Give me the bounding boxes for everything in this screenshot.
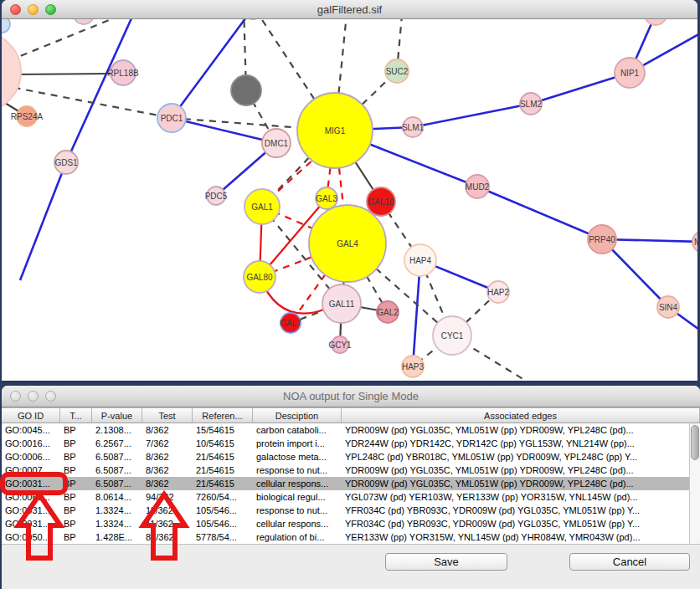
window-title: galFiltered.sif (2, 0, 697, 18)
cell: 5778/54... (193, 530, 253, 544)
table-row[interactable]: GO:0031...BP1.3324...11/362105/546...cel… (2, 517, 700, 530)
node-label-rps24a: RPS24A (11, 112, 44, 121)
table-row[interactable]: GO:0016...BP6.2567...7/36210/54615protei… (2, 437, 700, 450)
cell: 94/362 (142, 490, 193, 504)
network-graph[interactable]: RPL18BRPS24AGDS1PDC1DMC1MIG1SUC2SLM1SLM2… (2, 19, 697, 381)
cell: 21/54615 (193, 450, 253, 464)
cell: BP (60, 477, 92, 490)
cell: GO:0006... (2, 450, 60, 464)
network-node-unlabeled-left[interactable] (2, 32, 21, 112)
node-label-rpl18b: RPL18B (107, 69, 139, 78)
cell: GO:0016... (2, 437, 60, 450)
table-row[interactable]: GO:0050...BP1.428E...80/3625778/54...reg… (2, 530, 700, 544)
scrollbar-thumb[interactable] (691, 425, 699, 460)
node-label-gal11: GAL11 (329, 300, 355, 309)
cell: BP (60, 464, 92, 477)
node-label-gal2: GAL2 (377, 308, 399, 317)
cell: BP (60, 530, 92, 544)
node-label-gal3: GAL3 (316, 194, 337, 203)
column-header-referen[interactable]: Referen... (193, 408, 253, 423)
cell: YPL248C (pd) YBR018C, YML051W (pp) YDR00… (342, 450, 700, 464)
network-edge (413, 104, 531, 127)
cell: 8.0614... (92, 490, 142, 504)
cell: response to nut... (253, 464, 342, 477)
table-row[interactable]: GO:0031...BP1.3324...11/362105/546...res… (2, 504, 700, 517)
cell: 7/362 (142, 437, 193, 450)
node-label-slm2: SLM2 (520, 100, 543, 109)
cell: 11/362 (142, 517, 193, 530)
network-window-titlebar[interactable]: galFiltered.sif (2, 0, 697, 19)
table-row[interactable]: GO:0045...BP2.1308...8/36215/54615carbon… (2, 423, 700, 437)
node-label-hap3: HAP3 (402, 362, 425, 371)
cell: YFR034C (pd) YBR093C, YDR009W (pd) YGL03… (342, 517, 700, 530)
cell: biological regul... (253, 490, 342, 504)
cell: BP (60, 437, 92, 450)
cell: 2.1308... (92, 423, 142, 437)
node-label-gal80: GAL80 (246, 273, 273, 282)
cell: YDR244W (pp) YDR142C, YDR142C (pp) YGL15… (342, 437, 700, 450)
button-bar: Save Cancel (2, 544, 700, 589)
cell: GO:0045... (2, 423, 60, 437)
column-header-desciption[interactable]: Desciption (253, 408, 342, 423)
cell: GO:0031... (2, 517, 60, 530)
column-header-test[interactable]: Test (142, 408, 193, 423)
cell: 15/54615 (193, 423, 253, 437)
vertical-scrollbar[interactable] (689, 423, 700, 544)
cell: YDR009W (pd) YGL035C, YML051W (pp) YDR00… (342, 464, 700, 477)
cell: GO:0031... (2, 477, 60, 490)
cancel-button[interactable]: Cancel (569, 553, 690, 571)
table-header: GO IDT...P-valueTestReferen...Desciption… (2, 407, 700, 423)
node-label-dmc1: DMC1 (265, 139, 289, 148)
node-label-msn: MSN (694, 238, 697, 247)
network-edge (20, 162, 66, 280)
table-row[interactable]: GO:0006...BP6.5087...8/36221/54615galact… (2, 450, 700, 464)
cell: 8/362 (142, 464, 193, 477)
cell: 6.2567... (92, 437, 142, 450)
cell: GO:0050... (2, 530, 60, 544)
save-button[interactable]: Save (385, 553, 507, 571)
network-canvas[interactable]: RPL18BRPS24AGDS1PDC1DMC1MIG1SUC2SLM1SLM2… (2, 19, 697, 381)
table-row-selected[interactable]: GO:0031...BP6.5087...8/36221/54615cellul… (2, 477, 700, 490)
network-window: galFiltered.sif RPL18BRPS24AGDS1PDC1DMC1… (2, 0, 697, 381)
cell: cellular respons... (253, 517, 342, 530)
cell: YGL073W (pd) YER103W, YER133W (pp) YOR31… (342, 490, 700, 504)
noa-window-titlebar[interactable]: NOA output for Single Mode (2, 386, 700, 407)
cell: 105/546... (193, 517, 253, 530)
network-node-unlabeled-topleft[interactable] (2, 19, 10, 33)
network-node-unlabeled-gray[interactable] (231, 75, 261, 105)
cell: 21/54615 (193, 477, 253, 490)
cell: 105/546... (193, 504, 253, 517)
cell: YDR009W (pd) YGL035C, YML051W (pp) YDR00… (342, 477, 700, 490)
network-node-unlabeled-topright[interactable] (645, 19, 667, 25)
node-label-gds1: GDS1 (54, 158, 78, 167)
desktop: galFiltered.sif RPL18BRPS24AGDS1PDC1DMC1… (0, 0, 700, 589)
cell: carbon cataboli... (253, 423, 342, 437)
column-header-go-id[interactable]: GO ID (2, 408, 60, 423)
window-title: NOA output for Single Mode (2, 386, 700, 407)
cell: YDR009W (pd) YGL035C, YML051W (pp) YDR00… (342, 423, 700, 437)
node-label-gal10: GAL10 (368, 197, 394, 207)
network-node-unlabeled-top1[interactable] (74, 19, 94, 24)
column-header-p-value[interactable]: P-value (92, 408, 142, 423)
cell: GO:0031... (2, 504, 60, 517)
node-label-mig1: MIG1 (325, 126, 346, 136)
cell: 21/54615 (193, 464, 253, 477)
column-header-associated-edges[interactable]: Associated edges (342, 408, 700, 423)
cell: 8/362 (142, 477, 193, 490)
cell: 8/362 (142, 423, 193, 437)
cell: response to nut... (253, 504, 342, 517)
node-label-nip1: NIP1 (620, 69, 640, 78)
table-row[interactable]: GO:0065...BP8.0614...94/3627260/54...bio… (2, 490, 700, 504)
cell: 1.428E... (92, 530, 142, 544)
node-label-mud2: MUD2 (466, 182, 490, 192)
cell: protein import i... (253, 437, 342, 450)
column-header-t[interactable]: T... (60, 408, 92, 423)
cell: 1.3324... (92, 517, 142, 530)
cell: cellular respons... (253, 477, 342, 490)
cell: 11/362 (142, 504, 193, 517)
cell: 6.5087... (92, 450, 142, 464)
cell: BP (60, 517, 92, 530)
network-edge (2, 19, 173, 65)
table-row[interactable]: GO:0007...BP6.5087...8/36221/54615respon… (2, 464, 700, 477)
cell: BP (60, 504, 92, 517)
